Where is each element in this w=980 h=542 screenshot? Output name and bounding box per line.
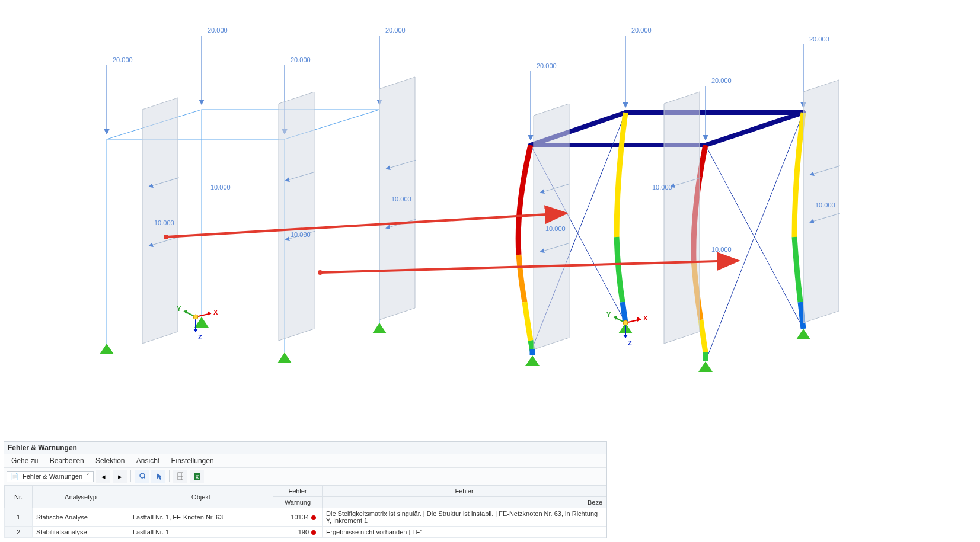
cell-analysis-type: Stabilitätsanalyse: [33, 527, 129, 538]
svg-marker-23: [277, 352, 292, 363]
errors-table: Nr. Analysetyp Objekt Fehler Fehler Warn…: [4, 485, 606, 538]
col-analysis-type[interactable]: Analysetyp: [33, 486, 129, 508]
svg-marker-26: [208, 311, 211, 316]
svg-line-33: [706, 113, 803, 145]
load-label: 20.000: [208, 27, 228, 34]
svg-marker-52: [525, 355, 540, 366]
chevron-down-icon: ˅: [86, 473, 90, 480]
svg-point-65: [164, 235, 168, 239]
col-error-warning-2[interactable]: Warnung: [273, 497, 323, 508]
axis-x-label: X: [213, 309, 218, 316]
load-label: 20.000: [113, 56, 133, 63]
svg-marker-13: [279, 92, 314, 341]
load-label: 20.000: [537, 62, 557, 69]
error-icon: [311, 530, 316, 535]
panel-title: Fehler & Warnungen: [4, 442, 606, 454]
side-load-label: 10.000: [652, 184, 672, 191]
combo-icon: 📄: [11, 473, 19, 480]
svg-marker-45: [664, 92, 700, 344]
axis-z-label: Z: [628, 339, 632, 347]
cell-object: Lastfall Nr. 1: [129, 527, 273, 538]
cell-nr: 2: [5, 527, 33, 538]
load-label: 20.000: [385, 27, 406, 34]
export-excel-button[interactable]: x: [190, 470, 204, 483]
menu-settings[interactable]: Einstellungen: [167, 454, 219, 467]
load-label: 20.000: [631, 27, 652, 34]
cell-analysis-type: Statische Analyse: [33, 508, 129, 527]
side-load-label: 10.000: [291, 231, 311, 238]
side-load-label: 10.000: [154, 219, 174, 226]
find-button[interactable]: [135, 470, 149, 483]
filter-combo[interactable]: 📄 Fehler & Warnungen ˅: [7, 471, 94, 482]
svg-text:x: x: [196, 473, 199, 480]
load-label: 20.000: [291, 56, 311, 63]
menu-edit[interactable]: Bearbeiten: [45, 454, 89, 467]
errors-warnings-panel: Fehler & Warnungen Gehe zu Bearbeiten Se…: [4, 441, 607, 538]
nav-prev-button[interactable]: ◂: [96, 470, 110, 483]
axis-x-label: X: [643, 315, 648, 322]
grid-button[interactable]: [173, 470, 187, 483]
cell-object: Lastfall Nr. 1, FE-Knoten Nr. 63: [129, 508, 273, 527]
svg-point-66: [318, 270, 323, 275]
svg-point-31: [193, 315, 198, 319]
axis-z-label: Z: [198, 333, 202, 341]
load-label: 20.000: [711, 77, 732, 84]
panel-toolbar: 📄 Fehler & Warnungen ˅ ◂ ▸ x: [4, 468, 606, 485]
side-load-label: 10.000: [711, 246, 732, 253]
svg-marker-30: [193, 329, 198, 332]
error-icon: [311, 515, 316, 520]
svg-marker-24: [372, 323, 387, 333]
cell-message: Ergebnisse nicht vorhanden | LF1: [323, 527, 606, 538]
svg-marker-55: [796, 329, 810, 339]
axis-y-label: Y: [606, 311, 611, 318]
combo-label: Fehler & Warnungen: [23, 473, 82, 480]
axis-y-label: Y: [177, 305, 181, 312]
svg-line-63: [166, 213, 566, 237]
table-row[interactable]: 1 Statische Analyse Lastfall Nr. 1, FE-K…: [5, 508, 606, 527]
select-button[interactable]: [151, 470, 165, 483]
col-object[interactable]: Objekt: [129, 486, 273, 508]
col-description-2[interactable]: Beze: [323, 497, 606, 508]
svg-line-39: [706, 113, 803, 361]
side-load-label: 10.000: [545, 225, 566, 232]
table-row[interactable]: 2 Stabilitätsanalyse Lastfall Nr. 1 190 …: [5, 527, 606, 538]
menu-goto[interactable]: Gehe zu: [7, 454, 43, 467]
side-load-label: 10.000: [210, 184, 231, 191]
svg-marker-57: [637, 317, 641, 322]
svg-point-67: [140, 473, 145, 478]
cell-code: 190: [273, 527, 323, 538]
cell-nr: 1: [5, 508, 33, 527]
load-label: 20.000: [809, 36, 829, 43]
model-viewport[interactable]: 20.000 20.000 20.000 20.000 10.000 10.00…: [0, 0, 980, 391]
menu-view[interactable]: Ansicht: [132, 454, 164, 467]
col-description[interactable]: Fehler: [323, 486, 606, 497]
svg-point-62: [623, 320, 628, 325]
col-nr[interactable]: Nr.: [5, 486, 33, 508]
svg-marker-61: [623, 335, 628, 338]
menu-selection[interactable]: Selektion: [91, 454, 129, 467]
panel-menubar: Gehe zu Bearbeiten Selektion Ansicht Ein…: [4, 454, 606, 468]
left-model: 20.000 20.000 20.000 20.000 10.000 10.00…: [0, 0, 980, 391]
svg-marker-21: [100, 344, 114, 354]
side-load-label: 10.000: [815, 201, 835, 209]
svg-marker-54: [698, 361, 713, 372]
nav-next-button[interactable]: ▸: [113, 470, 127, 483]
svg-line-68: [144, 477, 145, 480]
col-error-warning[interactable]: Fehler: [273, 486, 323, 497]
side-load-label: 10.000: [391, 195, 411, 203]
cell-code: 10134: [273, 508, 323, 527]
cell-message: Die Steifigkeitsmatrix ist singulär. | D…: [323, 508, 606, 527]
